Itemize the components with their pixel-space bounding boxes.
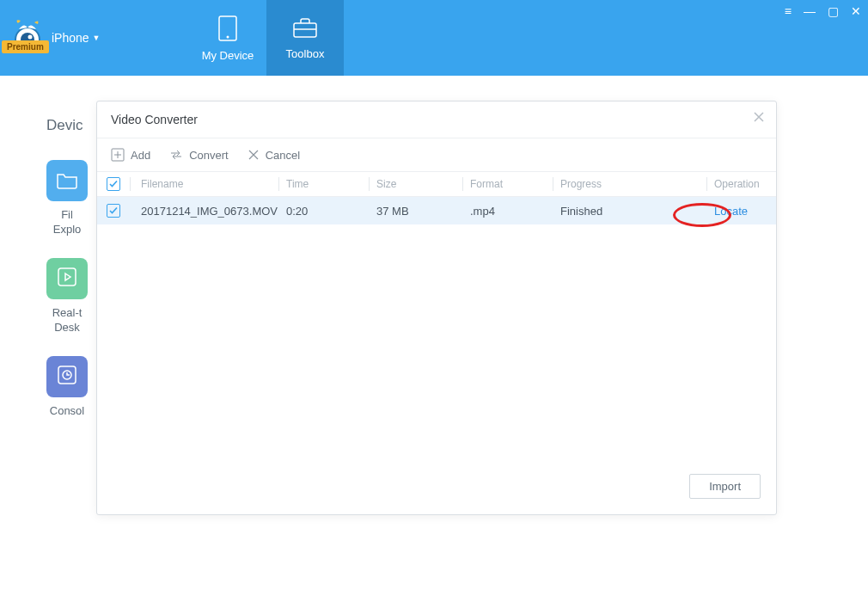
convert-button[interactable]: Convert — [169, 148, 229, 162]
col-filename: Filename — [138, 178, 278, 190]
dialog-title: Video Converter — [111, 113, 198, 126]
brand-area: iPhone ▼ Premium — [0, 0, 189, 76]
svg-point-4 — [227, 35, 229, 38]
col-progress: Progress — [560, 178, 706, 190]
toolbox-icon — [291, 16, 319, 40]
tile-console[interactable]: Consol — [46, 356, 88, 419]
col-size: Size — [376, 178, 462, 190]
device-label: iPhone — [52, 31, 89, 45]
play-icon — [57, 267, 77, 290]
title-bar: iPhone ▼ Premium My Device Toolbox ≡ — — [0, 0, 868, 76]
plus-icon — [111, 148, 125, 162]
select-all-checkbox[interactable] — [107, 177, 120, 191]
table-header: Filename Time Size Format Progress Opera… — [97, 172, 776, 197]
menu-icon[interactable]: ≡ — [785, 5, 792, 17]
file-table: Filename Time Size Format Progress Opera… — [97, 172, 776, 224]
nav-label: My Device — [202, 49, 254, 62]
button-label: Convert — [189, 149, 229, 162]
sidebar: Devic Fil Explo Real-t Desk Consol — [46, 117, 88, 439]
tablet-icon — [216, 15, 240, 42]
top-nav: My Device Toolbox — [189, 0, 344, 76]
dialog-footer: Import — [689, 474, 761, 499]
tile-label: Fil Explo — [53, 208, 82, 237]
cell-size: 37 MB — [376, 205, 462, 218]
folder-icon — [56, 170, 78, 192]
button-label: Add — [131, 149, 150, 162]
cell-time: 0:20 — [286, 205, 369, 218]
tile-real-time[interactable]: Real-t Desk — [46, 258, 88, 335]
tile-label: Real-t Desk — [52, 306, 83, 335]
maximize-icon[interactable]: ▢ — [828, 5, 839, 17]
window-controls: ≡ — ▢ ✕ — [785, 5, 861, 17]
nav-my-device[interactable]: My Device — [189, 0, 266, 76]
svg-rect-5 — [294, 23, 316, 37]
cell-progress: Finished — [560, 205, 706, 218]
import-button[interactable]: Import — [689, 474, 761, 499]
cell-filename: 20171214_IMG_0673.MOV — [138, 205, 278, 218]
chevron-down-icon: ▼ — [93, 34, 101, 42]
close-icon[interactable] — [752, 110, 766, 126]
tile-label: Consol — [50, 404, 84, 419]
row-checkbox[interactable] — [107, 204, 120, 218]
locate-link[interactable]: Locate — [714, 205, 748, 218]
device-selector[interactable]: iPhone ▼ — [52, 31, 101, 45]
close-icon[interactable]: ✕ — [851, 5, 861, 17]
nav-toolbox[interactable]: Toolbox — [266, 0, 344, 76]
dialog-header: Video Converter — [97, 101, 776, 138]
section-title: Devic — [46, 117, 88, 134]
button-label: Cancel — [266, 149, 300, 162]
col-time: Time — [286, 178, 369, 190]
video-converter-dialog: Video Converter Add Convert Cancel Filen… — [96, 101, 777, 515]
cancel-button[interactable]: Cancel — [248, 149, 300, 162]
table-row[interactable]: 20171214_IMG_0673.MOV 0:20 37 MB .mp4 Fi… — [97, 197, 776, 224]
cell-format: .mp4 — [470, 205, 553, 218]
clock-icon — [57, 365, 77, 388]
col-operation: Operation — [714, 178, 776, 190]
nav-label: Toolbox — [286, 47, 325, 60]
swap-icon — [169, 148, 183, 162]
svg-point-2 — [28, 35, 33, 40]
dialog-toolbar: Add Convert Cancel — [97, 138, 776, 172]
tile-file-explorer[interactable]: Fil Explo — [46, 160, 88, 237]
x-icon — [248, 149, 260, 161]
premium-badge: Premium — [2, 40, 49, 52]
col-format: Format — [470, 178, 553, 190]
svg-rect-7 — [58, 268, 76, 286]
add-button[interactable]: Add — [111, 148, 150, 162]
minimize-icon[interactable]: — — [804, 5, 816, 17]
